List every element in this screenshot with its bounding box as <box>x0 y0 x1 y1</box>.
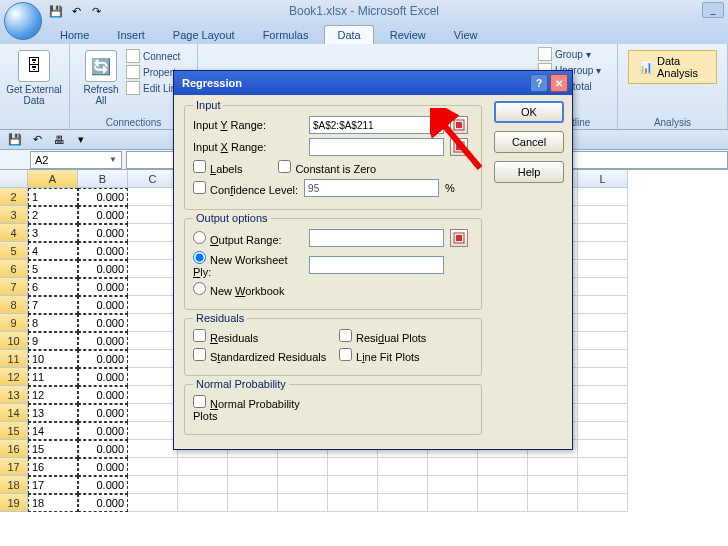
cell[interactable]: 10 <box>28 350 78 368</box>
cell[interactable] <box>428 458 478 476</box>
dropdown-icon[interactable]: ▼ <box>109 155 117 164</box>
cell[interactable]: 5 <box>28 260 78 278</box>
tab-home[interactable]: Home <box>48 26 101 44</box>
cell[interactable]: 4 <box>28 242 78 260</box>
tab-insert[interactable]: Insert <box>105 26 157 44</box>
help-button[interactable]: Help <box>494 161 564 183</box>
ok-button[interactable]: OK <box>494 101 564 123</box>
cell[interactable] <box>578 332 628 350</box>
select-all-corner[interactable] <box>0 170 28 188</box>
cell[interactable] <box>128 314 178 332</box>
cell[interactable] <box>328 494 378 512</box>
residuals-checkbox[interactable] <box>193 329 206 342</box>
cell[interactable]: 0.000 <box>78 440 128 458</box>
cell[interactable] <box>578 386 628 404</box>
tab-view[interactable]: View <box>442 26 490 44</box>
cell[interactable]: 9 <box>28 332 78 350</box>
cell[interactable]: 0.000 <box>78 332 128 350</box>
undo-icon[interactable]: ↶ <box>28 132 46 148</box>
dialog-titlebar[interactable]: Regression ? ✕ <box>174 71 572 95</box>
cell[interactable]: 3 <box>28 224 78 242</box>
cell[interactable]: 0.000 <box>78 206 128 224</box>
cell[interactable]: 0.000 <box>78 494 128 512</box>
cell[interactable] <box>128 260 178 278</box>
residual-plots-checkbox[interactable] <box>339 329 352 342</box>
row-header[interactable]: 13 <box>0 386 28 404</box>
cell[interactable] <box>178 494 228 512</box>
refresh-all-button[interactable]: 🔄 Refresh All <box>76 46 126 127</box>
cell[interactable] <box>228 458 278 476</box>
cell[interactable] <box>578 458 628 476</box>
new-worksheet-radio[interactable] <box>193 251 206 264</box>
row-header[interactable]: 3 <box>0 206 28 224</box>
cell[interactable] <box>278 476 328 494</box>
row-header[interactable]: 5 <box>0 242 28 260</box>
cell[interactable] <box>428 476 478 494</box>
cell[interactable] <box>328 458 378 476</box>
cell[interactable]: 0.000 <box>78 224 128 242</box>
row-header[interactable]: 11 <box>0 350 28 368</box>
line-fit-plots-checkbox[interactable] <box>339 348 352 361</box>
cell[interactable]: 8 <box>28 314 78 332</box>
cell[interactable]: 0.000 <box>78 458 128 476</box>
cell[interactable] <box>478 458 528 476</box>
cell[interactable]: 0.000 <box>78 242 128 260</box>
data-analysis-button[interactable]: 📊 Data Analysis <box>628 50 717 84</box>
cell[interactable] <box>578 350 628 368</box>
cell[interactable] <box>128 350 178 368</box>
cell[interactable] <box>578 224 628 242</box>
cell[interactable]: 2 <box>28 206 78 224</box>
row-header[interactable]: 10 <box>0 332 28 350</box>
cell[interactable] <box>128 206 178 224</box>
row-header[interactable]: 19 <box>0 494 28 512</box>
cell[interactable] <box>528 458 578 476</box>
row-header[interactable]: 18 <box>0 476 28 494</box>
new-worksheet-field[interactable] <box>309 256 444 274</box>
normal-plots-checkbox[interactable] <box>193 395 206 408</box>
column-header[interactable]: A <box>28 170 78 188</box>
minimize-button[interactable]: _ <box>702 2 724 18</box>
cell[interactable] <box>128 368 178 386</box>
column-header[interactable]: L <box>578 170 628 188</box>
cell[interactable]: 16 <box>28 458 78 476</box>
cell[interactable] <box>528 476 578 494</box>
column-header[interactable]: B <box>78 170 128 188</box>
cell[interactable]: 17 <box>28 476 78 494</box>
dialog-close-button[interactable]: ✕ <box>550 74 568 92</box>
cell[interactable] <box>128 386 178 404</box>
cell[interactable]: 0.000 <box>78 278 128 296</box>
qat-customize-icon[interactable]: ▾ <box>72 132 90 148</box>
tab-page-layout[interactable]: Page Layout <box>161 26 247 44</box>
cell[interactable] <box>278 458 328 476</box>
output-range-field[interactable] <box>309 229 444 247</box>
row-header[interactable]: 7 <box>0 278 28 296</box>
input-y-range-field[interactable] <box>309 116 444 134</box>
cell[interactable] <box>128 224 178 242</box>
confidence-field[interactable] <box>304 179 439 197</box>
cell[interactable] <box>128 458 178 476</box>
cell[interactable]: 0.000 <box>78 476 128 494</box>
cell[interactable]: 0.000 <box>78 386 128 404</box>
cell[interactable] <box>128 278 178 296</box>
cell[interactable] <box>378 494 428 512</box>
cell[interactable] <box>278 494 328 512</box>
group-button[interactable]: Group ▾ <box>538 46 611 62</box>
cell[interactable] <box>578 476 628 494</box>
row-header[interactable]: 6 <box>0 260 28 278</box>
row-header[interactable]: 2 <box>0 188 28 206</box>
save-icon[interactable]: 💾 <box>6 132 24 148</box>
row-header[interactable]: 14 <box>0 404 28 422</box>
std-residuals-checkbox[interactable] <box>193 348 206 361</box>
cell[interactable] <box>578 296 628 314</box>
cell[interactable] <box>128 188 178 206</box>
range-picker-button[interactable] <box>450 229 468 247</box>
cell[interactable] <box>578 206 628 224</box>
office-button[interactable] <box>4 2 42 40</box>
dialog-help-button[interactable]: ? <box>530 74 548 92</box>
constant-zero-checkbox[interactable] <box>278 160 291 173</box>
get-external-data-button[interactable]: 🗄 Get External Data <box>6 46 62 106</box>
cell[interactable]: 12 <box>28 386 78 404</box>
cell[interactable] <box>578 188 628 206</box>
cell[interactable] <box>578 422 628 440</box>
cell[interactable] <box>128 494 178 512</box>
